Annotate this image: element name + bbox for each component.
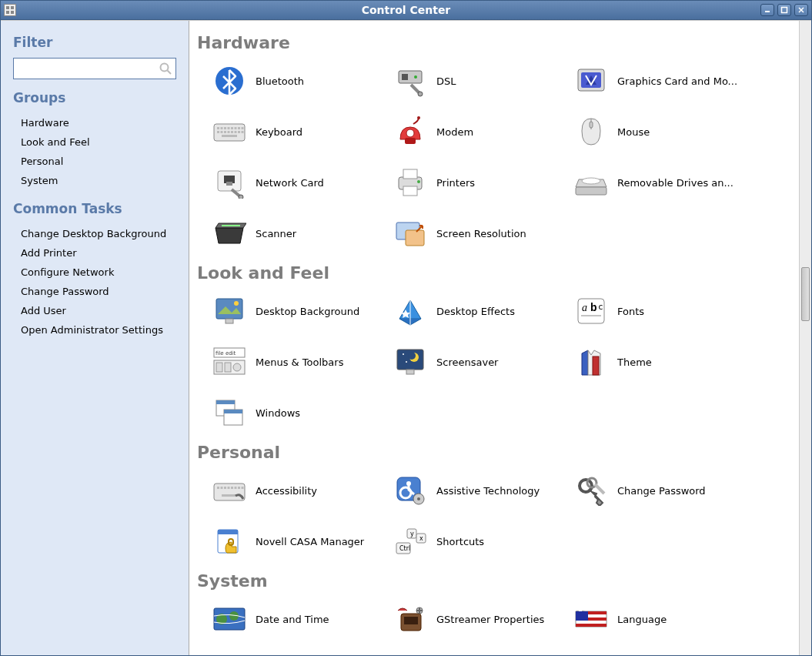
svg-rect-27 [221, 131, 223, 133]
svg-point-36 [406, 129, 414, 137]
tile-label: Theme [617, 356, 652, 368]
tile-mouse[interactable]: Mouse [574, 106, 755, 157]
printers-icon [393, 166, 427, 199]
svg-rect-2 [6, 11, 9, 14]
svg-point-14 [418, 92, 423, 96]
tile-scanner[interactable]: Scanner [212, 208, 393, 259]
tile-label: Fonts [617, 306, 644, 317]
content-scroll[interactable]: HardwareBluetoothDSLGraphics Card and Mo… [189, 21, 799, 655]
tile-windows[interactable]: Windows [212, 387, 393, 438]
svg-rect-85 [235, 487, 237, 489]
tile-keyboard[interactable]: Keyboard [212, 106, 393, 157]
accessibility-icon [212, 474, 246, 507]
section-grid: BluetoothDSLGraphics Card and Mo...Keybo… [197, 55, 791, 259]
tile-desktop-effects[interactable]: Desktop Effects [393, 286, 574, 336]
task-change-desktop-background[interactable]: Change Desktop Background [13, 224, 176, 243]
svg-rect-28 [224, 131, 226, 133]
svg-rect-84 [231, 487, 233, 489]
tile-gstreamer-properties[interactable]: GStreamer Properties [393, 594, 574, 644]
maximize-button[interactable] [777, 4, 791, 16]
tile-fonts[interactable]: abcFonts [574, 286, 755, 336]
svg-rect-79 [214, 484, 245, 500]
common-tasks-heading: Common Tasks [13, 201, 176, 216]
svg-rect-52 [406, 230, 424, 246]
sidebar-group-hardware[interactable]: Hardware [13, 113, 176, 132]
sidebar-group-personal[interactable]: Personal [13, 152, 176, 171]
tile-label: Screen Resolution [436, 228, 526, 239]
task-change-password[interactable]: Change Password [13, 282, 176, 301]
svg-text:b: b [590, 301, 597, 313]
svg-rect-34 [222, 135, 237, 137]
mouse-icon [574, 115, 608, 149]
tile-modem[interactable]: Modem [393, 106, 574, 157]
dsl-icon [393, 64, 427, 98]
minimize-button[interactable] [760, 4, 774, 16]
svg-point-37 [417, 116, 420, 119]
removable-drives-icon [574, 166, 608, 199]
tile-label: Printers [436, 177, 475, 189]
svg-rect-21 [228, 127, 230, 129]
tile-printers[interactable]: Printers [393, 157, 574, 208]
sidebar-group-system[interactable]: System [13, 171, 176, 190]
tile-language[interactable]: Language [574, 594, 755, 644]
shortcuts-icon: yxCtrl [393, 524, 427, 558]
filter-input[interactable] [17, 63, 159, 75]
tile-bluetooth[interactable]: Bluetooth [212, 55, 393, 106]
task-configure-network[interactable]: Configure Network [13, 263, 176, 282]
svg-rect-82 [224, 487, 226, 489]
control-center-window: Control Center Filter Groups Hardware Lo… [0, 0, 812, 656]
tile-theme[interactable]: Theme [574, 336, 755, 387]
menus-toolbars-icon: file edit [212, 345, 246, 379]
tile-graphics-card-and-mo[interactable]: Graphics Card and Mo... [574, 55, 755, 106]
task-open-admin-settings[interactable]: Open Administrator Settings [13, 320, 176, 340]
scrollbar-thumb[interactable] [801, 267, 810, 321]
tile-desktop-background[interactable]: Desktop Background [212, 286, 393, 336]
svg-rect-25 [242, 127, 244, 129]
svg-text:file edit: file edit [216, 350, 236, 356]
svg-line-9 [168, 71, 172, 75]
svg-point-49 [582, 178, 600, 184]
svg-rect-66 [225, 363, 231, 372]
svg-rect-3 [11, 11, 14, 14]
svg-rect-53 [216, 299, 242, 319]
tile-screensaver[interactable]: Screensaver [393, 336, 574, 387]
tile-label: Accessibility [256, 485, 317, 497]
svg-text:y: y [410, 530, 414, 537]
svg-point-72 [406, 361, 407, 363]
tile-label: Network Card [256, 177, 324, 189]
sidebar: Filter Groups Hardware Look and Feel Per… [1, 21, 189, 655]
svg-rect-65 [216, 363, 222, 372]
task-add-printer[interactable]: Add Printer [13, 243, 176, 263]
tile-network-card[interactable]: Network Card [212, 157, 393, 208]
section-title-personal: Personal [197, 443, 791, 462]
tile-screen-resolution[interactable]: Screen Resolution [393, 208, 574, 259]
tile-label: Removable Drives an... [617, 177, 733, 189]
close-button[interactable] [794, 4, 808, 16]
tile-novell-casa-manager[interactable]: Novell CASA Manager [212, 516, 393, 567]
section-title-look-and-feel: Look and Feel [197, 263, 791, 283]
tile-change-password[interactable]: Change Password [574, 465, 755, 516]
bluetooth-icon [212, 64, 246, 98]
svg-rect-30 [231, 131, 233, 133]
svg-rect-26 [217, 131, 219, 133]
vertical-scrollbar[interactable] [799, 21, 811, 655]
tile-assistive-technology[interactable]: Assistive Technology [393, 465, 574, 516]
tile-date-and-time[interactable]: Date and Time [212, 594, 393, 644]
sidebar-group-lookandfeel[interactable]: Look and Feel [13, 132, 176, 152]
tile-menus-toolbars[interactable]: file editMenus & Toolbars [212, 336, 393, 387]
tile-label: Desktop Effects [436, 306, 515, 317]
task-add-user[interactable]: Add User [13, 301, 176, 320]
tile-shortcuts[interactable]: yxCtrlShortcuts [393, 516, 574, 567]
section-title-system: System [197, 571, 791, 591]
language-icon [574, 602, 608, 636]
svg-rect-32 [238, 131, 240, 133]
tile-accessibility[interactable]: Accessibility [212, 465, 393, 516]
svg-rect-19 [221, 127, 223, 129]
titlebar[interactable]: Control Center [1, 1, 811, 20]
tile-removable-drives-an[interactable]: Removable Drives an... [574, 157, 755, 208]
svg-rect-114 [576, 611, 588, 621]
filter-search-box[interactable] [13, 58, 176, 79]
tile-dsl[interactable]: DSL [393, 55, 574, 106]
svg-rect-46 [403, 186, 417, 196]
svg-rect-55 [226, 319, 233, 323]
